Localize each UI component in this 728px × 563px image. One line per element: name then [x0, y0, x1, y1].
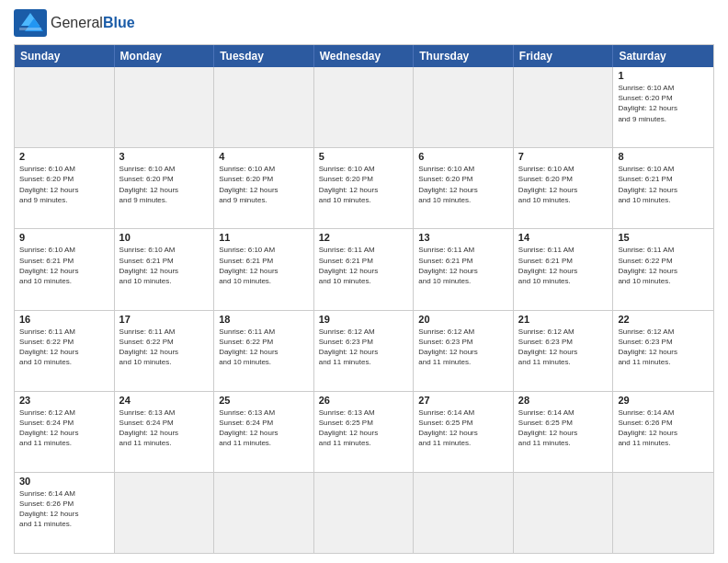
day-number: 26: [319, 395, 409, 406]
day-number: 12: [319, 232, 409, 243]
day-number: 19: [319, 314, 409, 325]
calendar-row-5: 30Sunrise: 6:14 AM Sunset: 6:26 PM Dayli…: [15, 473, 713, 553]
day-number: 29: [618, 395, 709, 406]
day-number: 18: [219, 314, 309, 325]
calendar-cell-0-4: [414, 67, 514, 147]
day-number: 11: [219, 232, 309, 243]
calendar-cell-2-4: 13Sunrise: 6:11 AM Sunset: 6:21 PM Dayli…: [414, 229, 514, 309]
calendar-row-1: 2Sunrise: 6:10 AM Sunset: 6:20 PM Daylig…: [15, 148, 713, 229]
day-number: 30: [19, 476, 109, 487]
calendar-cell-0-5: [514, 67, 614, 147]
day-number: 9: [19, 232, 109, 243]
day-number: 3: [119, 151, 210, 162]
calendar-row-0: 1Sunrise: 6:10 AM Sunset: 6:20 PM Daylig…: [15, 67, 713, 148]
day-detail: Sunrise: 6:11 AM Sunset: 6:22 PM Dayligh…: [19, 327, 109, 368]
day-detail: Sunrise: 6:10 AM Sunset: 6:20 PM Dayligh…: [618, 83, 709, 124]
calendar-cell-0-2: [214, 67, 314, 147]
day-detail: Sunrise: 6:10 AM Sunset: 6:20 PM Dayligh…: [19, 164, 109, 205]
logo-text: GeneralBlue: [51, 15, 135, 31]
calendar-cell-3-0: 16Sunrise: 6:11 AM Sunset: 6:22 PM Dayli…: [15, 311, 115, 391]
day-number: 28: [518, 395, 609, 406]
weekday-header-friday: Friday: [514, 45, 614, 67]
day-number: 24: [119, 395, 210, 406]
day-detail: Sunrise: 6:11 AM Sunset: 6:22 PM Dayligh…: [618, 245, 709, 286]
calendar-cell-2-0: 9Sunrise: 6:10 AM Sunset: 6:21 PM Daylig…: [15, 229, 115, 309]
day-detail: Sunrise: 6:12 AM Sunset: 6:23 PM Dayligh…: [418, 327, 508, 368]
day-detail: Sunrise: 6:10 AM Sunset: 6:21 PM Dayligh…: [19, 245, 109, 286]
day-number: 16: [19, 314, 109, 325]
day-number: 22: [618, 314, 709, 325]
calendar-cell-3-3: 19Sunrise: 6:12 AM Sunset: 6:23 PM Dayli…: [314, 311, 415, 391]
calendar-cell-3-2: 18Sunrise: 6:11 AM Sunset: 6:22 PM Dayli…: [214, 311, 314, 391]
day-detail: Sunrise: 6:12 AM Sunset: 6:23 PM Dayligh…: [319, 327, 409, 368]
calendar-page: GeneralBlue SundayMondayTuesdayWednesday…: [0, 0, 728, 563]
day-number: 23: [19, 395, 109, 406]
day-detail: Sunrise: 6:12 AM Sunset: 6:23 PM Dayligh…: [518, 327, 609, 368]
day-number: 25: [219, 395, 309, 406]
day-detail: Sunrise: 6:10 AM Sunset: 6:20 PM Dayligh…: [119, 164, 210, 205]
calendar-cell-4-5: 28Sunrise: 6:14 AM Sunset: 6:25 PM Dayli…: [514, 392, 614, 472]
day-detail: Sunrise: 6:12 AM Sunset: 6:24 PM Dayligh…: [19, 408, 109, 449]
calendar-cell-2-3: 12Sunrise: 6:11 AM Sunset: 6:21 PM Dayli…: [314, 229, 415, 309]
day-detail: Sunrise: 6:11 AM Sunset: 6:21 PM Dayligh…: [418, 245, 508, 286]
day-detail: Sunrise: 6:13 AM Sunset: 6:25 PM Dayligh…: [319, 408, 409, 449]
day-detail: Sunrise: 6:13 AM Sunset: 6:24 PM Dayligh…: [119, 408, 210, 449]
day-number: 27: [418, 395, 508, 406]
calendar-cell-1-2: 4Sunrise: 6:10 AM Sunset: 6:20 PM Daylig…: [214, 148, 314, 228]
calendar-cell-2-2: 11Sunrise: 6:10 AM Sunset: 6:21 PM Dayli…: [214, 229, 314, 309]
day-number: 4: [219, 151, 309, 162]
day-detail: Sunrise: 6:11 AM Sunset: 6:21 PM Dayligh…: [518, 245, 609, 286]
calendar-cell-3-4: 20Sunrise: 6:12 AM Sunset: 6:23 PM Dayli…: [414, 311, 514, 391]
calendar-cell-4-3: 26Sunrise: 6:13 AM Sunset: 6:25 PM Dayli…: [314, 392, 415, 472]
day-detail: Sunrise: 6:10 AM Sunset: 6:21 PM Dayligh…: [119, 245, 210, 286]
weekday-header-thursday: Thursday: [414, 45, 514, 67]
day-number: 15: [618, 232, 709, 243]
weekday-header-sunday: Sunday: [15, 45, 115, 67]
calendar-cell-5-5: [514, 473, 614, 553]
day-detail: Sunrise: 6:10 AM Sunset: 6:20 PM Dayligh…: [219, 164, 309, 205]
calendar-cell-5-2: [214, 473, 314, 553]
day-detail: Sunrise: 6:14 AM Sunset: 6:25 PM Dayligh…: [518, 408, 609, 449]
day-detail: Sunrise: 6:11 AM Sunset: 6:22 PM Dayligh…: [119, 327, 210, 368]
calendar-cell-4-6: 29Sunrise: 6:14 AM Sunset: 6:26 PM Dayli…: [613, 392, 713, 472]
day-number: 10: [119, 232, 210, 243]
day-detail: Sunrise: 6:10 AM Sunset: 6:20 PM Dayligh…: [418, 164, 508, 205]
day-detail: Sunrise: 6:12 AM Sunset: 6:23 PM Dayligh…: [618, 327, 709, 368]
weekday-header-tuesday: Tuesday: [214, 45, 314, 67]
calendar-cell-5-6: [613, 473, 713, 553]
calendar-cell-3-6: 22Sunrise: 6:12 AM Sunset: 6:23 PM Dayli…: [613, 311, 713, 391]
day-number: 5: [319, 151, 409, 162]
day-number: 20: [418, 314, 508, 325]
day-detail: Sunrise: 6:11 AM Sunset: 6:22 PM Dayligh…: [219, 327, 309, 368]
day-number: 13: [418, 232, 508, 243]
svg-rect-3: [19, 28, 41, 30]
calendar-cell-1-6: 8Sunrise: 6:10 AM Sunset: 6:21 PM Daylig…: [613, 148, 713, 228]
weekday-header-monday: Monday: [115, 45, 215, 67]
calendar-header: SundayMondayTuesdayWednesdayThursdayFrid…: [15, 45, 713, 67]
day-detail: Sunrise: 6:10 AM Sunset: 6:20 PM Dayligh…: [518, 164, 609, 205]
day-number: 7: [518, 151, 609, 162]
calendar-cell-0-0: [15, 67, 115, 147]
day-number: 1: [618, 70, 709, 81]
calendar-cell-2-5: 14Sunrise: 6:11 AM Sunset: 6:21 PM Dayli…: [514, 229, 614, 309]
day-detail: Sunrise: 6:10 AM Sunset: 6:21 PM Dayligh…: [219, 245, 309, 286]
calendar-cell-5-0: 30Sunrise: 6:14 AM Sunset: 6:26 PM Dayli…: [15, 473, 115, 553]
calendar-cell-1-3: 5Sunrise: 6:10 AM Sunset: 6:20 PM Daylig…: [314, 148, 415, 228]
day-number: 6: [418, 151, 508, 162]
day-number: 14: [518, 232, 609, 243]
day-detail: Sunrise: 6:14 AM Sunset: 6:26 PM Dayligh…: [618, 408, 709, 449]
calendar-cell-4-1: 24Sunrise: 6:13 AM Sunset: 6:24 PM Dayli…: [115, 392, 215, 472]
calendar-row-3: 16Sunrise: 6:11 AM Sunset: 6:22 PM Dayli…: [15, 311, 713, 392]
day-detail: Sunrise: 6:14 AM Sunset: 6:25 PM Dayligh…: [418, 408, 508, 449]
calendar-cell-2-6: 15Sunrise: 6:11 AM Sunset: 6:22 PM Dayli…: [613, 229, 713, 309]
day-number: 8: [618, 151, 709, 162]
calendar-row-4: 23Sunrise: 6:12 AM Sunset: 6:24 PM Dayli…: [15, 392, 713, 473]
day-number: 21: [518, 314, 609, 325]
calendar-cell-0-3: [314, 67, 415, 147]
calendar-cell-3-5: 21Sunrise: 6:12 AM Sunset: 6:23 PM Dayli…: [514, 311, 614, 391]
calendar-body: 1Sunrise: 6:10 AM Sunset: 6:20 PM Daylig…: [15, 67, 713, 553]
calendar-row-2: 9Sunrise: 6:10 AM Sunset: 6:21 PM Daylig…: [15, 229, 713, 310]
day-detail: Sunrise: 6:11 AM Sunset: 6:21 PM Dayligh…: [319, 245, 409, 286]
calendar-cell-5-3: [314, 473, 415, 553]
page-header: GeneralBlue: [14, 9, 714, 37]
